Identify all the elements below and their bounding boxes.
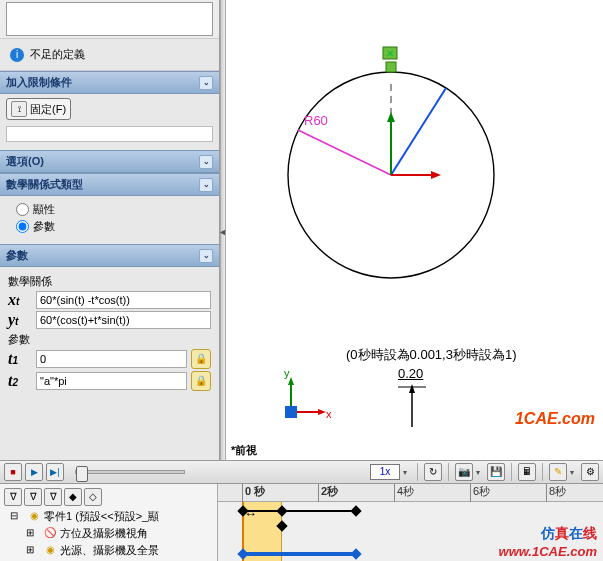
panel-options-header[interactable]: 選項(O) ⌄ <box>0 150 219 173</box>
filter3-icon[interactable]: ∇ <box>44 488 62 506</box>
settings-icon[interactable]: ⚙ <box>581 463 599 481</box>
lock-icon[interactable]: 🔒 <box>191 349 211 369</box>
filter-icon[interactable]: ∇ <box>4 488 22 506</box>
playbar: ■ ▶ ▶| 1x ▾ ↻ 📷 ▾ 💾 🖩 ✎ ▾ ⚙ <box>0 460 603 484</box>
tree-lights[interactable]: ⊞◉光源、攝影機及全景 <box>2 542 215 559</box>
constraint-slot[interactable] <box>6 126 213 142</box>
fixed-button[interactable]: ⟟ 固定(F) <box>6 98 71 120</box>
panel-params-header[interactable]: 參數 ⌄ <box>0 244 219 267</box>
time-ruler[interactable]: 0 秒 2秒 4秒 6秒 8秒 <box>218 484 603 502</box>
t2-label: t2 <box>8 372 36 390</box>
collapse-icon[interactable]: ⌄ <box>199 178 213 192</box>
keyframe[interactable] <box>237 505 248 516</box>
radio-explicit[interactable] <box>16 203 29 216</box>
t1-label: t1 <box>8 350 36 368</box>
panel-constraint-header[interactable]: 加入限制條件 ⌄ <box>0 71 219 94</box>
svg-rect-10 <box>386 62 396 72</box>
brand-text: 仿真在线 <box>541 525 597 543</box>
axis-x-label: x <box>326 408 332 420</box>
svg-text:✕: ✕ <box>386 48 394 59</box>
keyframe[interactable] <box>276 505 287 516</box>
play-forward-button[interactable]: ▶| <box>46 463 64 481</box>
calc-icon[interactable]: 🖩 <box>518 463 536 481</box>
svg-line-1 <box>298 130 391 175</box>
anchor-icon: ⟟ <box>11 101 27 117</box>
xt-label: xt <box>8 291 36 309</box>
key-icon[interactable]: ◆ <box>64 488 82 506</box>
stop-button[interactable]: ■ <box>4 463 22 481</box>
axis-y-label: y <box>284 367 290 379</box>
tree-root[interactable]: ⊟◉零件1 (預設<<預設>_顯 <box>2 508 215 525</box>
dropdown-icon[interactable]: ▾ <box>476 468 484 477</box>
lock-icon[interactable]: 🔒 <box>191 371 211 391</box>
svg-marker-13 <box>409 384 415 393</box>
svg-line-2 <box>391 88 446 175</box>
svg-marker-15 <box>318 409 326 415</box>
preview-box <box>6 2 213 36</box>
tree-orientation[interactable]: ⊞🚫方位及攝影機視角 <box>2 525 215 542</box>
param-label: 參數 <box>8 332 211 347</box>
yt-label: yt <box>8 311 36 329</box>
yt-input[interactable] <box>36 311 211 329</box>
radius-label: R60 <box>304 113 328 128</box>
brand-url: www.1CAE.com <box>499 544 597 559</box>
loop-icon[interactable]: ↻ <box>424 463 442 481</box>
watermark: 1CAE.com <box>515 410 595 428</box>
collapse-icon[interactable]: ⌄ <box>199 76 213 90</box>
key2-icon[interactable]: ◇ <box>84 488 102 506</box>
svg-marker-7 <box>431 171 441 179</box>
keyframe[interactable] <box>350 505 361 516</box>
canvas[interactable]: ✕ R60 (0秒時設為0.001,3秒時設為1) 0.20 x y *前視 1… <box>226 0 603 460</box>
svg-rect-18 <box>285 406 297 418</box>
track-bar[interactable] <box>242 510 356 512</box>
info-text: 不足的定義 <box>30 47 85 62</box>
dropdown-icon[interactable]: ▾ <box>403 468 411 477</box>
panel-eqtype-header[interactable]: 數學關係式類型 ⌄ <box>0 173 219 196</box>
info-icon: i <box>10 48 24 62</box>
collapse-icon[interactable]: ⌄ <box>199 155 213 169</box>
edit-icon[interactable]: ✎ <box>549 463 567 481</box>
info-row: i 不足的定義 <box>0 38 219 71</box>
dropdown-icon[interactable]: ▾ <box>570 468 578 477</box>
keyframe[interactable] <box>237 548 248 559</box>
keyframe[interactable] <box>350 548 361 559</box>
svg-marker-5 <box>387 112 395 122</box>
play-button[interactable]: ▶ <box>25 463 43 481</box>
track-bar[interactable] <box>242 552 356 556</box>
annotation-text: (0秒時設為0.001,3秒時設為1) <box>346 346 517 364</box>
dimension-value[interactable]: 0.20 <box>398 366 423 381</box>
radio-parametric[interactable] <box>16 220 29 233</box>
t1-input[interactable] <box>36 350 187 368</box>
t2-input[interactable] <box>36 372 187 390</box>
speed-field[interactable]: 1x <box>370 464 400 480</box>
save-icon[interactable]: 💾 <box>487 463 505 481</box>
relation-label: 數學關係 <box>8 274 211 289</box>
camera-icon[interactable]: 📷 <box>455 463 473 481</box>
time-slider[interactable] <box>75 470 185 474</box>
collapse-icon[interactable]: ⌄ <box>199 249 213 263</box>
xt-input[interactable] <box>36 291 211 309</box>
filter2-icon[interactable]: ∇ <box>24 488 42 506</box>
keyframe[interactable] <box>276 520 287 531</box>
view-label: *前視 <box>231 443 257 458</box>
